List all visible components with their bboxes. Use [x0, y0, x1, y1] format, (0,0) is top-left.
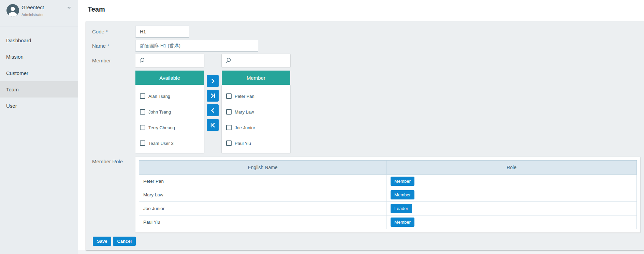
available-search-box	[135, 54, 204, 67]
team-form-panel: Code * Name * Member	[86, 21, 644, 250]
role-button[interactable]: Leader	[391, 204, 412, 213]
list-item: Paul Yiu	[222, 135, 290, 151]
list-item: Terry Cheung	[135, 120, 204, 135]
member-search-box	[222, 54, 290, 67]
page-title: Team	[78, 0, 644, 13]
sidebar-item-label: Mission	[6, 54, 24, 60]
checkbox[interactable]	[226, 125, 232, 130]
sidebar-item-mission[interactable]: Mission	[0, 48, 78, 65]
member-search-input[interactable]	[234, 57, 287, 63]
sidebar-item-label: Dashboard	[6, 38, 31, 43]
move-selected-left-button[interactable]	[207, 104, 219, 116]
sidebar-item-dashboard[interactable]: Dashboard	[0, 32, 78, 48]
column-header: English Name	[139, 161, 386, 175]
person-icon	[6, 4, 19, 17]
list-item: Mary Law	[222, 104, 290, 120]
role-button[interactable]: Member	[391, 177, 414, 186]
english-name-cell: Peter Pan	[139, 175, 386, 188]
name-label: Name *	[92, 40, 135, 52]
cancel-button[interactable]: Cancel	[113, 237, 136, 246]
member-column: Member Peter PanMary LawJoe JuniorPaul Y…	[222, 54, 290, 153]
list-item: Peter Pan	[222, 88, 290, 104]
org-name: Greentect	[21, 4, 44, 10]
table-row: Paul YiuMember	[139, 215, 637, 229]
available-list-header: Available	[135, 71, 204, 85]
search-icon	[139, 57, 145, 63]
member-role-row: Member Role English NameRole Peter PanMe…	[92, 157, 644, 233]
page-header: Team	[78, 0, 644, 21]
code-label: Code *	[92, 26, 135, 38]
available-column: Available Alan TsangJohn TsangTerry Cheu…	[135, 54, 204, 153]
page-bottom-area	[78, 250, 644, 254]
code-input[interactable]	[135, 26, 189, 38]
sidebar-item-label: User	[6, 103, 17, 109]
member-list-body: Peter PanMary LawJoe JuniorPaul Yiu	[222, 85, 290, 153]
available-search-input[interactable]	[148, 57, 201, 63]
sidebar-item-team[interactable]: Team	[0, 81, 78, 98]
table-row: Peter PanMember	[139, 175, 637, 188]
chevron-left-icon	[209, 107, 217, 114]
list-item-label: Peter Pan	[235, 94, 254, 99]
list-item: Joe Junior	[222, 120, 290, 135]
list-item-label: Terry Cheung	[148, 125, 175, 130]
name-row: Name *	[92, 40, 644, 52]
transfer-buttons	[207, 75, 219, 153]
form-actions: Save Cancel	[93, 237, 136, 246]
table-row: Joe JuniorLeader	[139, 202, 637, 215]
move-selected-right-button[interactable]	[207, 75, 219, 87]
role-cell: Leader	[386, 202, 637, 215]
role-cell: Member	[386, 188, 637, 202]
app-window: Greentect Administrator DashboardMission…	[0, 0, 644, 254]
sidebar-nav: DashboardMissionCustomerTeamUser	[0, 27, 78, 114]
role-cell: Member	[386, 175, 637, 188]
name-input[interactable]	[135, 40, 258, 52]
chevron-left-to-bar-icon	[209, 121, 217, 129]
list-item-label: Joe Junior	[235, 125, 255, 130]
sidebar-item-label: Team	[6, 87, 19, 92]
sidebar-item-customer[interactable]: Customer	[0, 65, 78, 81]
checkbox[interactable]	[140, 109, 145, 115]
search-icon	[225, 57, 231, 63]
move-all-right-button[interactable]	[207, 90, 219, 102]
member-label: Member	[92, 54, 135, 153]
member-dual-list: Available Alan TsangJohn TsangTerry Cheu…	[135, 54, 290, 153]
list-item-label: Mary Law	[235, 109, 254, 115]
sidebar-item-label: Customer	[6, 70, 28, 76]
list-item: Team User 3	[135, 135, 204, 151]
save-button[interactable]: Save	[93, 237, 111, 246]
checkbox[interactable]	[226, 109, 232, 115]
list-item-label: Paul Yiu	[235, 141, 251, 146]
table-body: Peter PanMemberMary LawMemberJoe JuniorL…	[139, 175, 637, 229]
member-row: Member Available Alan TsangJohn TsangTer…	[92, 54, 644, 153]
list-item-label: Team User 3	[148, 141, 174, 146]
english-name-cell: Paul Yiu	[139, 215, 386, 229]
checkbox[interactable]	[140, 140, 145, 146]
move-all-left-button[interactable]	[207, 119, 219, 131]
chevron-right-icon	[209, 77, 217, 85]
sidebar: Greentect Administrator DashboardMission…	[0, 0, 78, 254]
checkbox[interactable]	[226, 93, 232, 99]
list-item: John Tsang	[135, 104, 204, 120]
member-role-table-card: English NameRole Peter PanMemberMary Law…	[135, 157, 640, 233]
english-name-cell: Mary Law	[139, 188, 386, 202]
list-item-label: Alan Tsang	[148, 94, 170, 99]
role-button[interactable]: Member	[391, 190, 414, 199]
member-role-label: Member Role	[92, 157, 135, 233]
english-name-cell: Joe Junior	[139, 202, 386, 215]
list-item: Alan Tsang	[135, 88, 204, 104]
main-content: Team Code * Name * Member	[78, 0, 644, 254]
table-header-row: English NameRole	[139, 161, 637, 175]
member-role-table: English NameRole Peter PanMemberMary Law…	[139, 160, 637, 229]
chevron-right-to-bar-icon	[209, 92, 217, 100]
chevron-down-icon[interactable]	[67, 5, 71, 11]
code-row: Code *	[92, 26, 644, 38]
role-button[interactable]: Member	[391, 218, 414, 227]
list-item-label: John Tsang	[148, 109, 171, 115]
role-cell: Member	[386, 215, 637, 229]
checkbox[interactable]	[140, 93, 145, 99]
table-row: Mary LawMember	[139, 188, 637, 202]
checkbox[interactable]	[140, 125, 145, 130]
available-list-body: Alan TsangJohn TsangTerry CheungTeam Use…	[135, 85, 204, 153]
checkbox[interactable]	[226, 140, 232, 146]
sidebar-item-user[interactable]: User	[0, 98, 78, 114]
